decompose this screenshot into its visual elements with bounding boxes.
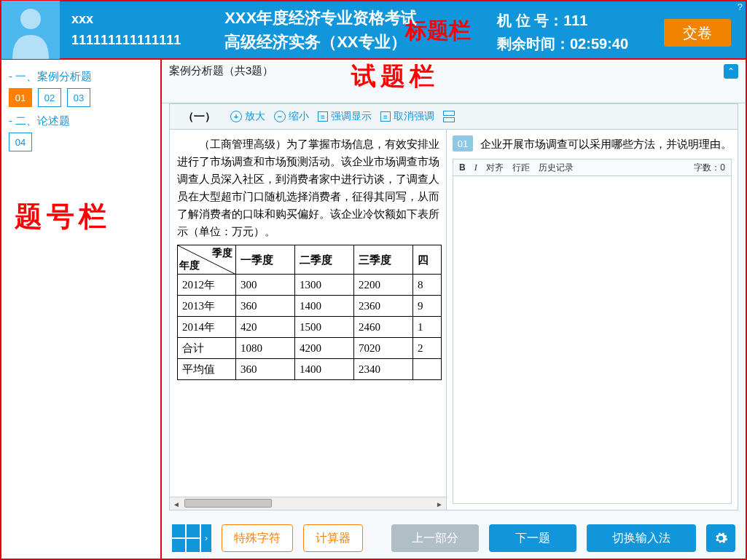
question-nav-03[interactable]: 03 xyxy=(67,88,90,107)
section-heading: 案例分析题（共3题） xyxy=(169,64,738,78)
wordcount-label: 字数：0 xyxy=(694,162,725,174)
table-row: 2012年300130022008 xyxy=(178,275,442,296)
scroll-right-icon[interactable]: ► xyxy=(433,497,446,510)
minus-icon: − xyxy=(274,111,286,122)
horizontal-scrollbar[interactable]: ◄ ► xyxy=(170,497,446,510)
table-row: 2014年420150024601 xyxy=(178,317,442,338)
unhighlight-icon: ≡ xyxy=(380,111,391,122)
grid-icon xyxy=(172,524,200,552)
question-nav-04[interactable]: 04 xyxy=(9,133,32,151)
table-row: 2013年360140023609 xyxy=(178,296,442,317)
answer-pane: 01 企业开展市场调查可以采用哪些方法，并说明理由。 B I 对齐 行距 历史记… xyxy=(447,130,738,510)
bold-button[interactable]: B xyxy=(459,162,466,173)
submit-exam-button[interactable]: 交卷 xyxy=(664,19,731,47)
special-chars-button[interactable]: 特殊字符 xyxy=(222,524,293,552)
settings-button[interactable] xyxy=(706,524,735,552)
remaining-time: 02:59:40 xyxy=(570,36,628,52)
avatar xyxy=(1,1,60,59)
seat-time-block: 机 位 号：111 剩余时间：02:59:40 xyxy=(497,9,628,55)
highlight-button[interactable]: ≡强调显示 xyxy=(318,110,372,123)
table-corner-header: 季度 年度 xyxy=(178,245,236,275)
section-1-title[interactable]: 一、案例分析题 xyxy=(9,70,153,84)
gear-icon xyxy=(713,531,728,545)
align-button[interactable]: 对齐 xyxy=(486,162,504,174)
collapse-icon[interactable]: ⌃ xyxy=(724,64,738,79)
unhighlight-button[interactable]: ≡取消强调 xyxy=(380,110,434,123)
help-icon[interactable]: ? xyxy=(738,1,743,12)
zoom-in-button[interactable]: +放大 xyxy=(230,110,265,123)
seat-number: 111 xyxy=(563,12,587,28)
plus-icon: + xyxy=(230,111,242,122)
question-nav-01[interactable]: 01 xyxy=(9,88,32,107)
question-stem: 企业开展市场调查可以采用哪些方法，并说明理由。 xyxy=(480,135,732,153)
italic-button[interactable]: I xyxy=(474,162,477,173)
question-content-panel: 案例分析题（共3题） ⌃ 试题栏 （一） +放大 −缩小 ≡强调显示 ≡取消强调… xyxy=(162,60,747,560)
panel-toggle-button[interactable]: › xyxy=(172,524,211,552)
highlight-icon: ≡ xyxy=(318,111,328,122)
footer-bar: › 特殊字符 计算器 上一部分 下一题 切换输入法 xyxy=(162,518,746,559)
table-row: 平均值36014002340 xyxy=(178,359,442,380)
question-nav-02[interactable]: 02 xyxy=(38,88,61,107)
next-question-button[interactable]: 下一题 xyxy=(489,524,576,552)
chevron-right-icon: › xyxy=(201,524,211,552)
table-row: 合计1080420070202 xyxy=(178,338,442,359)
history-button[interactable]: 历史记录 xyxy=(539,162,574,174)
title-bar-label: 标题栏 xyxy=(405,16,471,46)
exam-title: XXX年度经济专业资格考试 高级经济实务（XX专业） xyxy=(224,6,417,54)
prev-section-button[interactable]: 上一部分 xyxy=(391,524,479,552)
question-panel-overlay-label: 试题栏 xyxy=(351,60,439,93)
linespacing-button[interactable]: 行距 xyxy=(512,162,530,174)
zoom-out-button[interactable]: −缩小 xyxy=(274,110,309,123)
split-view-button[interactable] xyxy=(443,111,455,122)
svg-point-0 xyxy=(20,9,41,29)
editor-toolbar: B I 对齐 行距 历史记录 字数：0 xyxy=(453,159,732,176)
username: xxx xyxy=(71,9,181,30)
section-2-title[interactable]: 二、论述题 xyxy=(9,114,153,128)
user-info: xxx 111111111111111 xyxy=(71,9,181,51)
passage-pane: （工商管理高级）为了掌握市场信息，有效安排业进行了市场调查和市场预测活动。该企业… xyxy=(170,130,447,510)
passage-text: （工商管理高级）为了掌握市场信息，有效安排业进行了市场调查和市场预测活动。该企业… xyxy=(177,135,442,240)
question-panel-label: 题号栏 xyxy=(15,198,111,235)
calculator-button[interactable]: 计算器 xyxy=(303,524,363,552)
question-number-panel: 一、案例分析题 01 02 03 二、论述题 04 题号栏 xyxy=(0,60,162,560)
answer-editor[interactable] xyxy=(453,176,732,504)
passage-tab-1[interactable]: （一） xyxy=(177,110,222,124)
passage-toolbar: （一） +放大 −缩小 ≡强调显示 ≡取消强调 xyxy=(169,103,738,130)
scroll-thumb[interactable] xyxy=(184,499,272,508)
ime-switch-button[interactable]: 切换输入法 xyxy=(587,524,696,552)
answer-number-badge: 01 xyxy=(453,135,473,151)
user-id: 111111111111111 xyxy=(71,30,181,51)
scroll-left-icon[interactable]: ◄ xyxy=(170,497,183,510)
data-table: 季度 年度 一季度 二季度 三季度 四 2012年300130022008 20… xyxy=(177,245,442,380)
title-bar: xxx 111111111111111 XXX年度经济专业资格考试 高级经济实务… xyxy=(0,0,747,60)
